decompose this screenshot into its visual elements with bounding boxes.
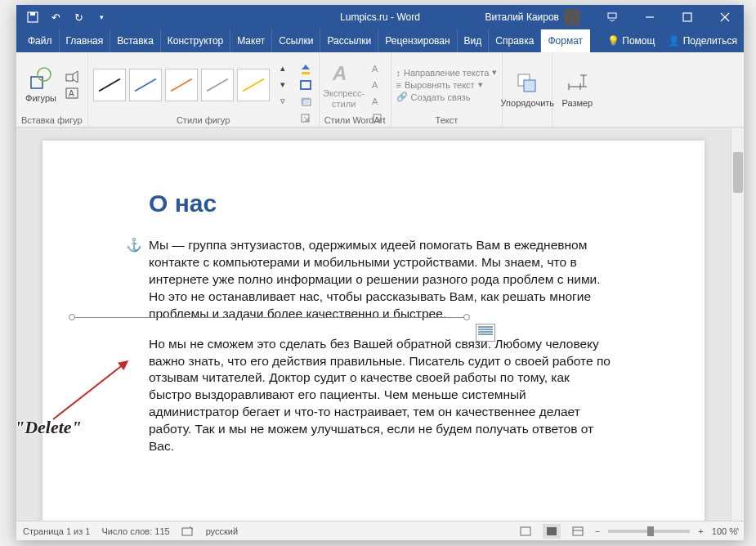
tab-mailings[interactable]: Рассылки (320, 29, 378, 52)
scrollbar-thumb[interactable] (733, 152, 743, 193)
svg-rect-12 (302, 72, 310, 74)
gallery-down-icon[interactable]: ▾ (275, 78, 291, 92)
ribbon: Фигуры A Вставка фигур ▴ (16, 52, 744, 128)
group-arrange: Упорядочить (503, 52, 552, 127)
document-area: ⚓ О нас Мы — группа энтузиастов, одержим… (16, 128, 744, 521)
selection-handle-left[interactable] (69, 314, 75, 320)
user-name: Виталий Каиров (485, 11, 559, 23)
tab-layout[interactable]: Макет (230, 29, 272, 52)
word-count[interactable]: Число слов: 115 (101, 526, 169, 536)
style-swatch-3[interactable] (165, 69, 198, 101)
zoom-out-icon[interactable]: − (595, 526, 600, 536)
shape-outline-icon[interactable] (297, 78, 314, 92)
vertical-scrollbar[interactable] (731, 128, 744, 521)
group-text-label: Текст (396, 114, 498, 125)
tab-view[interactable]: Вид (458, 29, 490, 52)
page[interactable]: ⚓ О нас Мы — группа энтузиастов, одержим… (42, 141, 705, 521)
tab-help[interactable]: Справка (489, 29, 541, 52)
paragraph-1: Мы — группа энтузиастов, одержимых идеей… (149, 237, 615, 323)
svg-rect-2 (608, 13, 616, 18)
svg-rect-21 (182, 528, 192, 535)
tab-insert[interactable]: Вставка (110, 29, 161, 52)
align-text-label: Выровнять текст (405, 80, 475, 90)
tab-references[interactable]: Ссылки (272, 29, 320, 52)
focus-mode-icon[interactable] (517, 524, 535, 539)
text-effects-icon[interactable]: A (367, 94, 383, 109)
gallery-up-icon[interactable]: ▴ (275, 61, 291, 76)
tell-me[interactable]: 💡 Помощ (601, 29, 661, 52)
window-controls (593, 5, 744, 29)
selection-handle-right[interactable] (463, 314, 470, 320)
text-direction-button[interactable]: ↕Направление текста ▾ (396, 67, 498, 78)
user-account[interactable]: Виталий Каиров (485, 9, 580, 25)
tab-review[interactable]: Рецензирован (378, 29, 457, 52)
svg-text:A: A (332, 62, 347, 84)
gallery-more-icon[interactable]: ▿ (275, 94, 291, 109)
tab-format[interactable]: Формат (541, 29, 590, 52)
shape-style-gallery[interactable] (93, 69, 270, 101)
arrange-button[interactable]: Упорядочить (508, 69, 547, 110)
close-button[interactable] (706, 5, 744, 29)
page-indicator[interactable]: Страница 1 из 1 (23, 526, 90, 536)
share-button[interactable]: 👤 Поделиться (661, 29, 744, 52)
shape-styles-launcher-icon[interactable] (301, 114, 312, 125)
create-link-button[interactable]: 🔗Создать связь (396, 92, 498, 102)
share-icon: 👤 (668, 35, 680, 47)
zoom-level[interactable]: 100 % (712, 526, 737, 536)
shape-effects-icon[interactable] (297, 94, 314, 109)
minimize-button[interactable] (631, 5, 669, 29)
layout-options-icon[interactable] (476, 324, 495, 342)
size-icon (564, 70, 590, 96)
language-indicator[interactable]: русский (206, 526, 238, 536)
style-swatch-1[interactable] (93, 69, 126, 101)
group-text: ↕Направление текста ▾ ≡Выровнять текст ▾… (391, 52, 503, 127)
zoom-slider[interactable] (608, 530, 690, 533)
print-layout-icon[interactable] (543, 524, 561, 539)
text-outline-icon[interactable]: A (367, 78, 383, 92)
svg-rect-9 (66, 74, 73, 81)
svg-rect-22 (521, 527, 530, 535)
selected-line-shape[interactable] (72, 317, 466, 318)
tab-home[interactable]: Главная (60, 29, 111, 52)
web-layout-icon[interactable] (569, 524, 587, 539)
group-wordart-styles: A Экспресс-стили A A A Стили WordArt (320, 52, 391, 127)
style-swatch-5[interactable] (237, 69, 270, 101)
link-icon: 🔗 (396, 92, 408, 102)
lightbulb-icon: 💡 (607, 35, 620, 47)
align-text-button[interactable]: ≡Выровнять текст ▾ (396, 79, 498, 90)
zoom-in-icon[interactable]: + (698, 526, 703, 536)
shape-fill-icon[interactable] (297, 61, 314, 76)
spellcheck-icon[interactable] (181, 526, 195, 537)
text-direction-label: Направление текста (404, 68, 489, 78)
user-avatar (564, 9, 580, 25)
zoom-slider-knob[interactable] (647, 526, 654, 536)
app-window: ↶ ↻ ▾ Lumpics.ru - Word Виталий Каиров Ф… (16, 5, 744, 540)
style-swatch-4[interactable] (201, 69, 234, 101)
svg-rect-24 (573, 527, 583, 535)
ribbon-options-icon[interactable] (593, 5, 631, 29)
shapes-button[interactable]: Фигуры (21, 64, 60, 105)
group-shape-styles-label: Стили фигур (93, 114, 314, 125)
autosave-icon[interactable] (23, 7, 42, 27)
wordart-icon: A (331, 60, 357, 87)
wordart-launcher-icon[interactable] (373, 114, 384, 125)
ribbon-tabs: Файл Главная Вставка Конструктор Макет С… (16, 29, 744, 52)
wordart-quick-styles[interactable]: A Экспресс-стили (324, 59, 364, 110)
size-button[interactable]: Размер (557, 69, 597, 110)
group-insert-shapes: Фигуры A Вставка фигур (16, 52, 88, 127)
undo-icon[interactable]: ↶ (46, 7, 65, 27)
edit-shape-icon[interactable] (64, 69, 80, 84)
text-fill-icon[interactable]: A (367, 61, 383, 76)
tab-file[interactable]: Файл (21, 29, 60, 52)
tab-design[interactable]: Конструктор (161, 29, 230, 52)
group-size-label (557, 123, 597, 125)
redo-icon[interactable]: ↻ (69, 7, 88, 27)
collapse-ribbon-icon[interactable]: ˄ (735, 526, 740, 539)
maximize-button[interactable] (669, 5, 706, 29)
style-swatch-2[interactable] (129, 69, 162, 101)
qat-customize-icon[interactable]: ▾ (92, 7, 111, 27)
text-box-icon[interactable]: A (64, 86, 80, 101)
svg-rect-23 (547, 527, 557, 535)
quick-access-toolbar: ↶ ↻ ▾ (16, 7, 111, 27)
titlebar: ↶ ↻ ▾ Lumpics.ru - Word Виталий Каиров (16, 5, 744, 29)
